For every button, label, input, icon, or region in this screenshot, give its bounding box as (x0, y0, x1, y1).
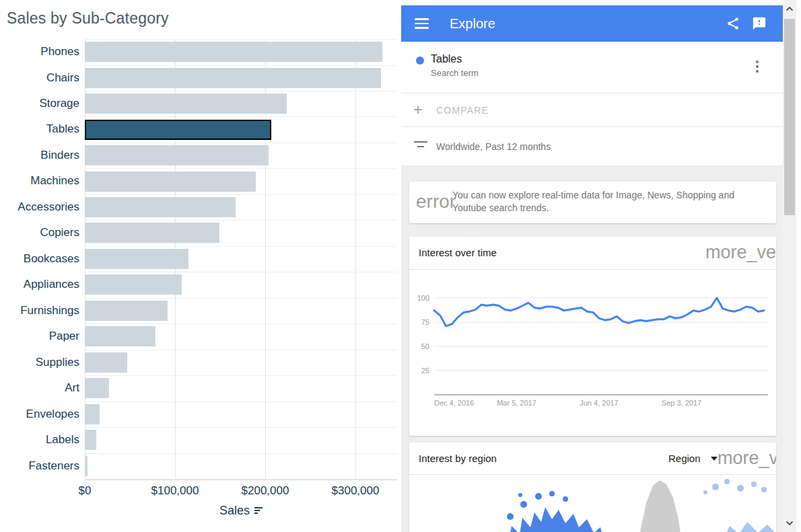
bar-row: Copiers (0, 220, 401, 245)
bar-copiers[interactable] (85, 223, 219, 243)
bar-row: Fasteners (0, 453, 401, 479)
x-tick-label: Sep 3, 2017 (662, 399, 701, 407)
search-term-type: Search term (431, 68, 479, 78)
world-map (409, 475, 776, 532)
bar-bookcases[interactable] (85, 249, 188, 269)
notice-card: error You can now explore real-time data… (409, 182, 776, 223)
interest-by-region-card: Interest by region Region more_vert (409, 443, 776, 532)
bar-row: Art (0, 375, 401, 401)
scroll-down-arrow-icon[interactable] (783, 515, 796, 532)
bar-binders[interactable] (85, 145, 269, 165)
category-label[interactable]: Bookcases (0, 246, 79, 272)
category-label[interactable]: Accessories (0, 194, 79, 220)
bar-appliances[interactable] (85, 274, 182, 295)
x-tick-label: $200,000 (218, 484, 312, 498)
category-label[interactable]: Fasteners (0, 453, 79, 479)
bar-labels[interactable] (85, 430, 96, 450)
interest-over-time-chart: 100755025Dec 4, 2016Mar 5, 2017Jun 4, 20… (409, 270, 776, 436)
vertical-scrollbar (783, 0, 801, 532)
category-label[interactable]: Labels (0, 427, 79, 453)
divider (401, 126, 783, 127)
sort-descending-icon[interactable] (254, 507, 263, 515)
term-kebab-icon[interactable] (752, 59, 763, 74)
notice-message: You can now explore real-time data for I… (452, 189, 757, 215)
bar-supplies[interactable] (85, 352, 127, 373)
compare-button[interactable]: COMPARE (436, 105, 489, 116)
bar-row: Tables (0, 116, 401, 142)
category-label[interactable]: Copiers (0, 220, 79, 245)
bar-phones[interactable] (85, 42, 382, 62)
dropdown-caret-icon[interactable] (711, 457, 718, 461)
x-axis-line (85, 480, 397, 480)
x-tick-label: Dec 4, 2016 (434, 399, 474, 407)
category-label[interactable]: Binders (0, 143, 79, 168)
bar-row: Binders (0, 143, 401, 168)
bar-row: Accessories (0, 194, 401, 220)
bar-accessories[interactable] (85, 197, 236, 217)
bar-chairs[interactable] (85, 68, 381, 88)
card-header: Interest by region Region more_vert (409, 443, 776, 475)
error-icon: error (416, 191, 456, 213)
bar-furnishings[interactable] (85, 301, 168, 321)
category-label[interactable]: Paper (0, 324, 79, 349)
category-label[interactable]: Storage (0, 91, 79, 116)
x-tick-label: $100,000 (128, 484, 222, 498)
y-tick-label: 75 (421, 318, 429, 326)
category-label[interactable]: Art (0, 375, 79, 401)
chart-title: Sales by Sub-Category (7, 9, 169, 28)
interest-over-time-card: Interest over time more_vert 100755025De… (409, 237, 776, 436)
series-color-dot (416, 56, 424, 65)
bar-machines[interactable] (85, 172, 256, 192)
region-dropdown[interactable]: Region (668, 443, 701, 474)
x-tick-label: $0 (38, 484, 132, 498)
x-axis-title: Sales (219, 504, 250, 518)
bar-row: Appliances (0, 272, 401, 297)
bar-row: Bookcases (0, 246, 401, 272)
category-label[interactable]: Appliances (0, 272, 79, 297)
geo-time-filter[interactable]: Worldwide, Past 12 months (436, 141, 551, 152)
bar-row: Envelopes (0, 402, 401, 427)
bar-envelopes[interactable] (85, 404, 100, 424)
search-term-value[interactable]: Tables (431, 53, 462, 65)
category-label[interactable]: Phones (0, 39, 79, 65)
x-axis-title-wrap: Sales (85, 504, 397, 518)
bar-row: Phones (0, 39, 401, 65)
bar-art[interactable] (85, 378, 109, 398)
scrollbar-thumb[interactable] (784, 19, 795, 215)
menu-icon[interactable] (415, 18, 429, 32)
scroll-up-arrow-icon[interactable] (783, 0, 796, 17)
trends-app-bar: Explore (401, 5, 783, 42)
bar-row: Furnishings (0, 298, 401, 324)
feedback-icon[interactable] (752, 16, 767, 31)
bar-row: Storage (0, 91, 401, 116)
category-label[interactable]: Tables (0, 116, 79, 142)
category-label[interactable]: Supplies (0, 350, 79, 375)
filter-icon (414, 141, 427, 147)
google-trends-panel: Explore Tables Search term + COMPARE Wor… (401, 0, 783, 532)
category-label[interactable]: Chairs (0, 65, 79, 91)
page-title: Explore (450, 5, 495, 42)
bar-row: Chairs (0, 65, 401, 91)
y-tick-label: 25 (421, 367, 429, 375)
x-tick-label: Mar 5, 2017 (497, 399, 536, 407)
add-compare-icon[interactable]: + (413, 100, 423, 119)
bar-fasteners[interactable] (85, 456, 88, 476)
sales-chart-pane: Sales by Sub-Category PhonesChairsStorag… (0, 0, 401, 532)
trends-content-area: error You can now explore real-time data… (401, 165, 783, 532)
bar-tables[interactable] (85, 120, 271, 140)
category-label[interactable]: Envelopes (0, 402, 79, 427)
y-tick-label: 50 (421, 342, 429, 350)
bar-row: Machines (0, 168, 401, 194)
more-vert-icon[interactable]: more_vert (705, 242, 776, 263)
divider (401, 93, 783, 93)
category-label[interactable]: Furnishings (0, 298, 79, 324)
more-vert-icon[interactable]: more_vert (718, 448, 776, 469)
card-title: Interest over time (419, 237, 497, 269)
share-icon[interactable] (726, 16, 740, 31)
x-tick-label: Jun 4, 2017 (580, 399, 619, 407)
x-tick-label: $300,000 (308, 484, 403, 498)
bar-storage[interactable] (85, 93, 287, 114)
bar-paper[interactable] (85, 326, 155, 346)
category-label[interactable]: Machines (0, 168, 79, 194)
y-tick-label: 100 (417, 294, 429, 302)
